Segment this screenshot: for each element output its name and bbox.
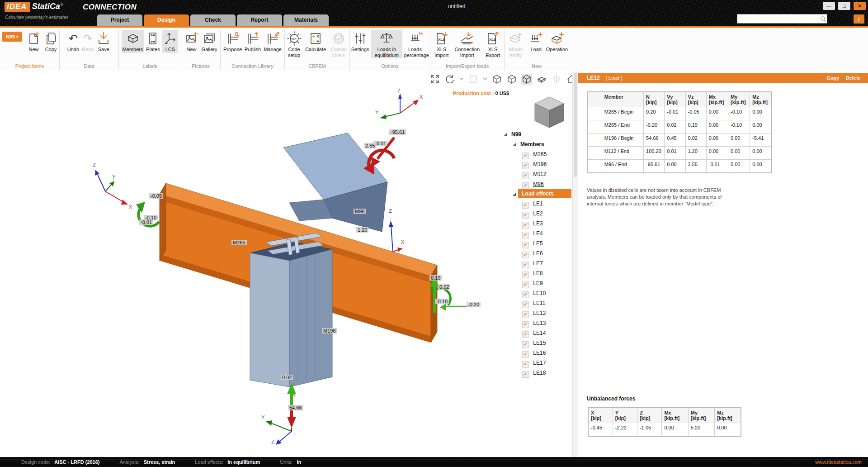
checkbox-checked-icon[interactable]: ✔ (522, 361, 529, 368)
load-table-row[interactable]: M265 / End -0.20 0.02 0.19 0.00 -0.10 0.… (587, 120, 772, 133)
members-labels-toggle[interactable]: Members (122, 30, 144, 53)
member-cell[interactable]: M112 / End (602, 147, 643, 160)
load-table-row[interactable]: M96 / End -95.61 0.00 2.55 -0.01 0.00 0.… (587, 160, 772, 173)
tree-node-load-effect[interactable]: ✔ LE9 (500, 278, 571, 288)
tree-node-load-effect[interactable]: ✔ LE2 (500, 209, 571, 219)
expander-icon[interactable] (513, 143, 516, 146)
hidden-line-view-icon[interactable] (506, 74, 517, 85)
load-table-row[interactable]: M112 / End 100.20 0.01 1.20 0.00 0.00 0.… (587, 147, 772, 160)
row-selector-cell[interactable] (587, 147, 602, 160)
checkbox-checked-icon[interactable]: ✔ (522, 202, 529, 209)
value-cell[interactable]: 0.00 (750, 120, 772, 133)
new-picture-button[interactable]: New (184, 30, 200, 53)
tree-node-load-effect[interactable]: ✔ LE16 (500, 348, 571, 358)
tree-node-member[interactable]: ✔ M265 (500, 149, 571, 159)
copy-load-button[interactable]: Copy (827, 73, 840, 83)
tree-node-load-effect[interactable]: ✔ LE7 (500, 258, 571, 268)
tree-node-load-effect[interactable]: ✔ LE14 (500, 328, 571, 338)
value-cell[interactable]: 100.20 (644, 147, 665, 160)
3d-viewport[interactable]: Z X Y Z Y X Z X Y Z (0, 71, 573, 457)
tree-node-load-effects[interactable]: Load effects (500, 189, 571, 199)
copy-project-item-button[interactable]: Copy (43, 30, 59, 53)
checkbox-checked-icon[interactable]: ✔ (522, 172, 529, 179)
member-cell[interactable]: M196 / Begin (602, 133, 643, 147)
value-cell[interactable]: 0.01 (665, 147, 685, 160)
calculate-button[interactable]: +×÷= Calculate (304, 30, 327, 53)
chevron-down-icon[interactable] (459, 76, 464, 82)
expander-icon[interactable] (504, 133, 507, 136)
value-cell[interactable]: -5.41 (750, 133, 772, 147)
value-cell[interactable]: -95.61 (644, 160, 665, 173)
tab-project[interactable]: Project (97, 14, 142, 26)
checkbox-checked-icon[interactable]: ✔ (522, 272, 529, 278)
value-cell[interactable]: 0.00 (728, 147, 750, 160)
close-icon[interactable]: ✕ (854, 2, 866, 10)
website-link[interactable]: www.ideastatica.com (815, 457, 862, 467)
tree-node-load-effect[interactable]: ✔ LE15 (500, 338, 571, 348)
lcs-labels-toggle[interactable]: LCS (162, 30, 178, 53)
rotate-view-icon[interactable] (444, 74, 455, 85)
tree-node-load-effect[interactable]: ✔ LE18 (500, 368, 571, 378)
settings-button[interactable]: Settings (350, 30, 370, 53)
member-cell[interactable]: M265 / Begin (602, 107, 643, 120)
value-cell[interactable]: 0.00 (728, 133, 750, 147)
tree-node-load-effect[interactable]: ✔ LE13 (500, 318, 571, 328)
tab-report[interactable]: Report (237, 14, 282, 26)
info-icon[interactable]: i (854, 14, 864, 24)
load-table-row[interactable]: M265 / Begin 0.20 -0.01 -0.05 0.00 -0.10… (587, 107, 772, 120)
row-selector-cell[interactable] (587, 160, 602, 173)
transparent-view-icon[interactable] (536, 74, 547, 85)
checkbox-checked-icon[interactable]: ✔ (522, 291, 529, 298)
checkbox-checked-icon[interactable]: ✔ (522, 371, 529, 378)
checkbox-checked-icon[interactable]: ✔ (522, 252, 529, 258)
checkbox-checked-icon[interactable]: ✔ (522, 341, 529, 348)
project-item-selector[interactable]: N99 ▾ (2, 32, 22, 42)
manage-button[interactable]: Manage (263, 30, 283, 53)
expander-icon[interactable] (513, 193, 516, 196)
checkbox-checked-icon[interactable]: ✔ (522, 152, 529, 159)
value-cell[interactable]: 1.20 (685, 147, 706, 160)
value-cell[interactable]: 0.00 (750, 107, 772, 120)
xls-import-button[interactable]: XLS XLS Import (430, 30, 453, 58)
3d-scene[interactable]: Z X Y Z Y X Z X Y Z (0, 71, 573, 457)
tab-materials[interactable]: Materials (283, 14, 329, 26)
checkbox-checked-icon[interactable]: ✔ (522, 281, 529, 288)
tree-node-load-effect[interactable]: ✔ LE6 (500, 248, 571, 258)
value-cell[interactable]: -0.01 (665, 107, 685, 120)
value-cell[interactable]: 0.00 (706, 120, 728, 133)
solid-view-icon[interactable] (521, 74, 532, 85)
chevron-down-icon[interactable] (483, 76, 487, 82)
tab-check[interactable]: Check (190, 14, 236, 26)
tree-node-members[interactable]: Members (500, 139, 571, 149)
value-cell[interactable]: -0.10 (728, 120, 750, 133)
value-cell[interactable]: 0.00 (706, 107, 728, 120)
tree-node-member[interactable]: ✔ M112 (500, 169, 571, 179)
row-selector-cell[interactable] (587, 133, 602, 147)
value-cell[interactable]: 0.00 (706, 133, 728, 147)
tree-node-load-effect[interactable]: ✔ LE5 (500, 238, 571, 248)
publish-button[interactable]: Publish (244, 30, 262, 53)
checkbox-checked-icon[interactable]: ✔ (522, 222, 529, 229)
tree-node-member[interactable]: ✔ M96 (500, 179, 571, 189)
new-operation-button[interactable]: Operation (545, 30, 569, 53)
wireframe-view-icon[interactable] (491, 74, 502, 85)
tree-node-load-effect[interactable]: ✔ LE11 (500, 298, 571, 308)
delete-load-button[interactable]: Delete (846, 73, 861, 83)
loads-percentage-toggle[interactable]: % Loads - percentage (403, 30, 430, 58)
checkbox-checked-icon[interactable]: ✔ (522, 262, 529, 268)
checkbox-checked-icon[interactable]: ✔ (522, 311, 529, 318)
value-cell[interactable]: -0.05 (685, 107, 706, 120)
checkbox-checked-icon[interactable]: ✔ (522, 331, 529, 338)
new-project-item-button[interactable]: New (26, 30, 42, 53)
tree-node-load-effect[interactable]: ✔ LE10 (500, 288, 571, 298)
value-cell[interactable]: 2.55 (685, 160, 706, 173)
tree-node-load-effect[interactable]: ✔ LE12 (500, 308, 571, 318)
new-load-button[interactable]: Load (528, 30, 544, 53)
gallery-button[interactable]: Gallery (201, 30, 218, 53)
checkbox-checked-icon[interactable]: ✔ (522, 301, 529, 308)
search-input[interactable] (737, 15, 820, 22)
checkbox-checked-icon[interactable]: ✔ (522, 321, 529, 328)
checkbox-checked-icon[interactable]: ✔ (522, 242, 529, 248)
value-cell[interactable]: -0.20 (644, 120, 665, 133)
tree-node-load-effect[interactable]: ✔ LE8 (500, 268, 571, 278)
